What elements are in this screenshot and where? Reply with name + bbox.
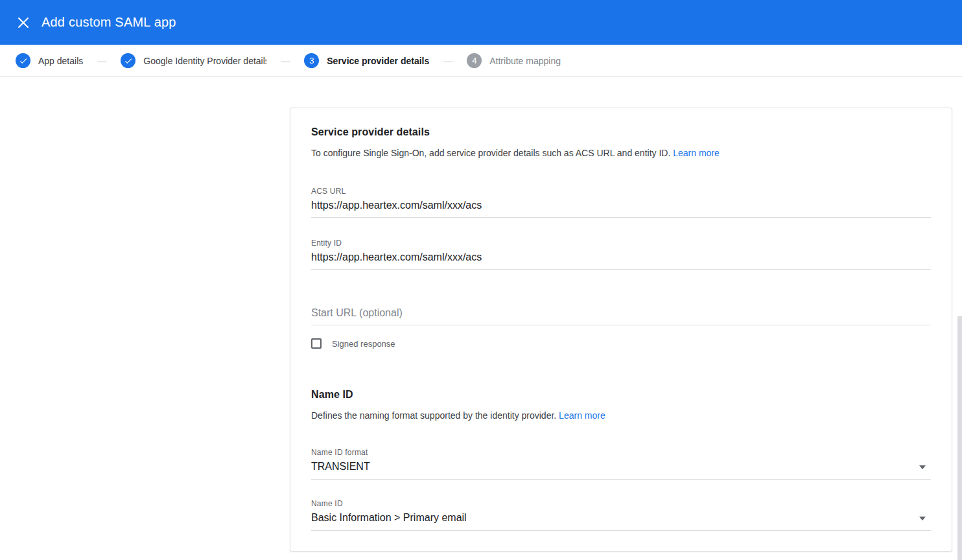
- acs-url-input[interactable]: [311, 196, 931, 218]
- name-id-format-value: TRANSIENT: [311, 461, 370, 472]
- name-id-field: Name ID Basic Information > Primary emai…: [311, 499, 931, 531]
- card-title: Service provider details: [311, 126, 931, 138]
- signed-response-label: Signed response: [332, 339, 395, 349]
- name-id-select[interactable]: Basic Information > Primary email: [311, 508, 931, 531]
- name-id-format-field: Name ID format TRANSIENT: [311, 448, 931, 480]
- start-url-field: [311, 303, 931, 325]
- name-id-format-label: Name ID format: [311, 448, 931, 457]
- entity-id-input[interactable]: [311, 248, 931, 270]
- signed-response-row: Signed response: [311, 338, 931, 349]
- step-service-provider-details[interactable]: 3 Service provider details: [304, 53, 429, 68]
- chevron-down-icon: [919, 517, 926, 520]
- dialog-title: Add custom SAML app: [41, 15, 176, 30]
- step-google-idp-details[interactable]: Google Identity Provider details: [121, 53, 266, 68]
- name-id-value: Basic Information > Primary email: [311, 512, 467, 523]
- learn-more-link[interactable]: Learn more: [559, 410, 605, 421]
- step-label: App details: [38, 56, 83, 66]
- name-id-format-select[interactable]: TRANSIENT: [311, 457, 931, 480]
- name-id-section-title: Name ID: [311, 389, 931, 401]
- step-number-badge: 4: [467, 53, 482, 68]
- step-separator: —: [281, 56, 290, 66]
- chevron-down-icon: [919, 465, 926, 469]
- card-description: To configure Single Sign-On, add service…: [311, 146, 931, 159]
- check-icon: [16, 53, 30, 68]
- stepper: App details — Google Identity Provider d…: [0, 45, 962, 77]
- step-separator: —: [97, 56, 106, 66]
- step-label: Google Identity Provider details: [143, 56, 266, 66]
- start-url-input[interactable]: [311, 303, 931, 325]
- service-provider-details-card: Service provider details To configure Si…: [290, 108, 952, 552]
- entity-id-label: Entity ID: [311, 239, 931, 248]
- acs-url-label: ACS URL: [311, 187, 931, 196]
- learn-more-link[interactable]: Learn more: [673, 148, 720, 158]
- name-id-label: Name ID: [311, 499, 931, 508]
- step-label: Service provider details: [327, 56, 429, 66]
- name-id-description-text: Defines the naming format supported by t…: [311, 410, 556, 421]
- dialog-header: Add custom SAML app: [0, 0, 962, 45]
- step-label: Attribute mapping: [489, 56, 561, 66]
- step-separator: —: [443, 56, 452, 66]
- entity-id-field: Entity ID: [311, 239, 931, 270]
- step-number-badge: 3: [304, 53, 319, 68]
- name-id-description: Defines the naming format supported by t…: [311, 409, 931, 422]
- close-icon[interactable]: [14, 14, 32, 32]
- step-app-details[interactable]: App details: [16, 53, 83, 68]
- scrollbar-thumb[interactable]: [957, 316, 962, 560]
- card-description-text: To configure Single Sign-On, add service…: [311, 148, 670, 158]
- acs-url-field: ACS URL: [311, 187, 931, 218]
- signed-response-checkbox[interactable]: [311, 338, 322, 349]
- check-icon: [121, 53, 135, 68]
- step-attribute-mapping[interactable]: 4 Attribute mapping: [467, 53, 561, 68]
